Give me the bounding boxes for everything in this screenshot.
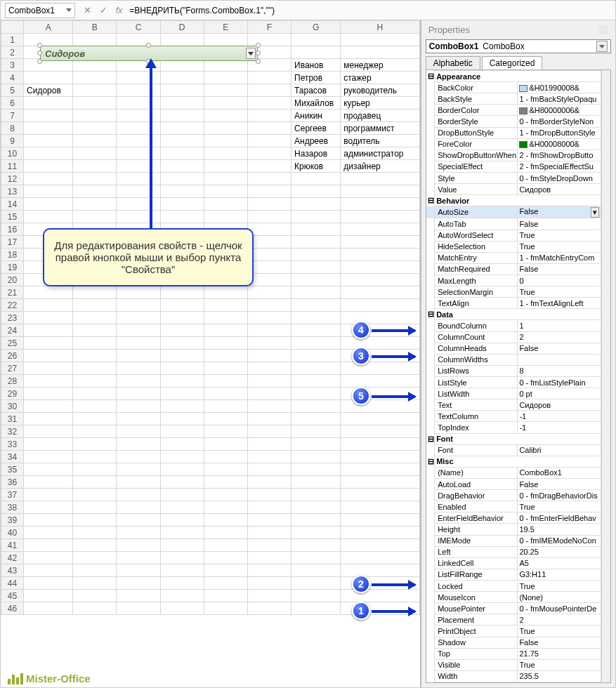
property-value[interactable]: Сидоров <box>518 184 601 195</box>
property-value[interactable]: &H80000006& <box>518 105 601 116</box>
cell[interactable] <box>73 388 117 400</box>
row-header[interactable]: 4 <box>1 72 24 84</box>
cell[interactable] <box>73 539 117 552</box>
cell[interactable] <box>247 173 291 185</box>
row-header[interactable]: 11 <box>1 160 24 173</box>
cell[interactable] <box>73 577 117 590</box>
cell[interactable] <box>160 337 204 350</box>
cell[interactable] <box>247 299 291 312</box>
cell[interactable] <box>73 350 117 362</box>
cell[interactable] <box>117 312 160 324</box>
cell[interactable] <box>204 463 247 476</box>
cell[interactable] <box>160 438 204 451</box>
combobox-dropdown-button[interactable] <box>246 48 256 59</box>
cell[interactable] <box>24 286 73 299</box>
cell[interactable] <box>73 400 117 413</box>
property-value[interactable]: (None) <box>518 592 601 603</box>
cell[interactable] <box>24 211 73 223</box>
resize-handle[interactable] <box>37 51 42 55</box>
column-header[interactable]: B <box>73 21 117 34</box>
cell[interactable]: Иванов <box>291 59 341 72</box>
property-value[interactable]: 1 - fmBackStyleOpaqu <box>518 93 601 105</box>
cell[interactable] <box>160 135 204 147</box>
row-header[interactable]: 32 <box>1 425 24 438</box>
cell[interactable] <box>291 514 341 527</box>
cell[interactable] <box>117 501 160 514</box>
property-row[interactable]: VisibleTrue <box>426 659 601 670</box>
cell[interactable] <box>160 400 204 413</box>
cell[interactable] <box>73 476 117 489</box>
cell[interactable] <box>160 324 204 337</box>
cell[interactable] <box>341 274 419 286</box>
row-header[interactable]: 36 <box>1 476 24 489</box>
column-header[interactable]: D <box>160 21 204 34</box>
property-row[interactable]: BorderColor&H80000006& <box>426 105 601 116</box>
cell[interactable] <box>73 425 117 438</box>
cell[interactable]: водитель <box>341 135 419 147</box>
cell[interactable] <box>24 160 73 173</box>
cell[interactable] <box>291 552 341 564</box>
cell[interactable] <box>291 261 341 274</box>
cell[interactable] <box>291 324 341 337</box>
resize-handle[interactable] <box>146 43 151 48</box>
column-header[interactable]: F <box>247 21 291 34</box>
row-header[interactable]: 21 <box>1 286 24 299</box>
cell[interactable] <box>24 97 73 110</box>
property-row[interactable]: MatchRequiredFalse <box>426 263 601 274</box>
cell[interactable] <box>204 602 247 615</box>
row-header[interactable]: 25 <box>1 337 24 350</box>
cell[interactable] <box>73 514 117 527</box>
cell[interactable] <box>24 173 73 185</box>
cell[interactable] <box>247 160 291 173</box>
property-value[interactable]: G3:H11 <box>518 569 601 580</box>
cell[interactable] <box>73 337 117 350</box>
cell[interactable] <box>204 160 247 173</box>
cell[interactable] <box>341 34 419 46</box>
cell[interactable] <box>291 501 341 514</box>
cell[interactable] <box>341 476 419 489</box>
cell[interactable] <box>24 337 73 350</box>
cell[interactable] <box>24 539 73 552</box>
property-row[interactable]: EnterFieldBehavior0 - fmEnterFieldBehav <box>426 512 601 524</box>
cell[interactable] <box>160 388 204 400</box>
property-value[interactable]: 21.75 <box>518 648 601 659</box>
cell[interactable] <box>247 577 291 590</box>
cell[interactable] <box>247 185 291 198</box>
cell[interactable] <box>291 375 341 388</box>
cell[interactable] <box>204 413 247 425</box>
row-header[interactable]: 3 <box>1 59 24 72</box>
cell[interactable] <box>73 312 117 324</box>
cell[interactable] <box>341 261 419 274</box>
cell[interactable] <box>24 501 73 514</box>
cell[interactable] <box>24 122 73 135</box>
property-row[interactable]: BackStyle1 - fmBackStyleOpaqu <box>426 93 601 105</box>
property-value[interactable]: 0 - fmListStylePlain <box>518 377 601 388</box>
cell[interactable] <box>204 337 247 350</box>
cell[interactable] <box>291 286 341 299</box>
property-value[interactable]: False <box>518 343 601 354</box>
property-value[interactable]: -1 <box>518 422 601 433</box>
property-value[interactable]: True <box>518 659 601 670</box>
row-header[interactable]: 39 <box>1 514 24 527</box>
property-row[interactable]: DragBehavior0 - fmDragBehaviorDis <box>426 490 601 501</box>
cell[interactable] <box>73 173 117 185</box>
property-row[interactable]: FontCalibri <box>426 444 601 456</box>
row-header[interactable]: 40 <box>1 527 24 539</box>
cell[interactable] <box>341 299 419 312</box>
property-value[interactable]: 1 - fmTextAlignLeft <box>518 298 601 309</box>
property-value[interactable]: False <box>518 479 601 490</box>
cell[interactable] <box>117 173 160 185</box>
cell[interactable] <box>247 514 291 527</box>
cell[interactable] <box>341 223 419 236</box>
property-value[interactable]: 0 - fmIMEModeNoCon <box>518 535 601 546</box>
cell[interactable] <box>291 425 341 438</box>
cell[interactable] <box>73 413 117 425</box>
row-header[interactable]: 33 <box>1 438 24 451</box>
cell[interactable] <box>291 577 341 590</box>
row-header[interactable]: 12 <box>1 173 24 185</box>
cell[interactable] <box>24 476 73 489</box>
cell[interactable] <box>160 185 204 198</box>
collapse-icon[interactable]: ⊟ <box>426 309 435 320</box>
cell[interactable] <box>291 173 341 185</box>
resize-handle[interactable] <box>37 43 42 48</box>
